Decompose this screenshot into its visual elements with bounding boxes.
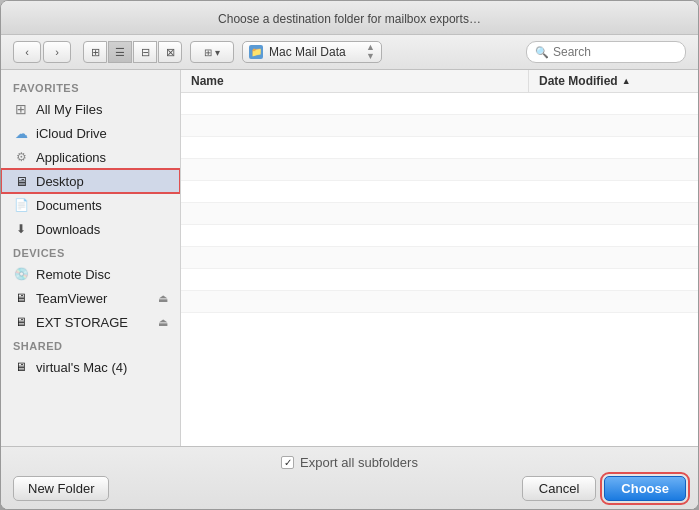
sidebar-label-teamviewer: TeamViewer <box>36 291 107 306</box>
date-column-header[interactable]: Date Modified ▲ <box>528 70 698 92</box>
back-button[interactable]: ‹ <box>13 41 41 63</box>
view-buttons: ⊞ ☰ ⊟ ⊠ <box>83 41 182 63</box>
sidebar-item-desktop[interactable]: Desktop <box>1 169 180 193</box>
search-box: 🔍 <box>526 41 686 63</box>
sidebar-label-downloads: Downloads <box>36 222 100 237</box>
sidebar-label-remote-disc: Remote Disc <box>36 267 110 282</box>
file-row <box>181 291 698 313</box>
title-bar: Choose a destination folder for mailbox … <box>1 1 698 35</box>
export-subfolders-label: Export all subfolders <box>300 455 418 470</box>
file-chooser-dialog: Choose a destination folder for mailbox … <box>0 0 699 510</box>
file-row <box>181 159 698 181</box>
location-folder-icon: 📁 <box>249 45 263 59</box>
file-row <box>181 247 698 269</box>
sidebar-label-desktop: Desktop <box>36 174 84 189</box>
bottom-bar: ✓ Export all subfolders New Folder Cance… <box>1 446 698 509</box>
applications-icon <box>13 149 29 165</box>
main-pane: Name Date Modified ▲ <box>181 70 698 446</box>
sidebar-label-icloud-drive: iCloud Drive <box>36 126 107 141</box>
ext-storage-icon <box>13 314 29 330</box>
desktop-icon <box>13 173 29 189</box>
right-buttons: Cancel Choose <box>522 476 686 501</box>
sidebar-label-all-my-files: All My Files <box>36 102 102 117</box>
name-column-header[interactable]: Name <box>181 70 528 92</box>
sidebar-item-applications[interactable]: Applications <box>1 145 180 169</box>
remote-disc-icon <box>13 266 29 282</box>
teamviewer-icon <box>13 290 29 306</box>
sidebar-label-documents: Documents <box>36 198 102 213</box>
buttons-row: New Folder Cancel Choose <box>13 476 686 501</box>
location-dropdown[interactable]: 📁 Mac Mail Data ▲ ▼ <box>242 41 382 63</box>
sidebar-item-virtuals-mac[interactable]: virtual's Mac (4) <box>1 355 180 379</box>
sort-arrow-icon: ▲ <box>622 76 631 86</box>
devices-header: Devices <box>1 241 180 262</box>
file-row <box>181 203 698 225</box>
sidebar-item-teamviewer[interactable]: TeamViewer ⏏ <box>1 286 180 310</box>
sidebar-item-downloads[interactable]: Downloads <box>1 217 180 241</box>
toolbar: ‹ › ⊞ ☰ ⊟ ⊠ ⊞ ▾ 📁 Mac Mail Data ▲ ▼ 🔍 <box>1 35 698 70</box>
choose-button[interactable]: Choose <box>604 476 686 501</box>
sidebar: Favorites All My Files iCloud Drive Appl… <box>1 70 181 446</box>
file-row <box>181 181 698 203</box>
sidebar-label-applications: Applications <box>36 150 106 165</box>
sidebar-item-all-my-files[interactable]: All My Files <box>1 97 180 121</box>
export-subfolders-checkbox[interactable]: ✓ <box>281 456 294 469</box>
sidebar-item-icloud-drive[interactable]: iCloud Drive <box>1 121 180 145</box>
file-row <box>181 93 698 115</box>
sidebar-item-remote-disc[interactable]: Remote Disc <box>1 262 180 286</box>
documents-icon <box>13 197 29 213</box>
downloads-icon <box>13 221 29 237</box>
arrange-button[interactable]: ⊞ ▾ <box>190 41 234 63</box>
shared-header: Shared <box>1 334 180 355</box>
icloud-icon <box>13 125 29 141</box>
view-col-button[interactable]: ⊟ <box>133 41 157 63</box>
location-name: Mac Mail Data <box>269 45 360 59</box>
forward-button[interactable]: › <box>43 41 71 63</box>
cancel-button[interactable]: Cancel <box>522 476 596 501</box>
sidebar-label-ext-storage: EXT STORAGE <box>36 315 128 330</box>
new-folder-button[interactable]: New Folder <box>13 476 109 501</box>
view-cover-button[interactable]: ⊠ <box>158 41 182 63</box>
file-row <box>181 137 698 159</box>
search-icon: 🔍 <box>535 46 549 59</box>
content-area: Favorites All My Files iCloud Drive Appl… <box>1 70 698 446</box>
ext-storage-eject-icon[interactable]: ⏏ <box>158 316 168 329</box>
dialog-title: Choose a destination folder for mailbox … <box>218 12 481 26</box>
teamviewer-eject-icon[interactable]: ⏏ <box>158 292 168 305</box>
column-headers: Name Date Modified ▲ <box>181 70 698 93</box>
location-arrows-icon: ▲ ▼ <box>366 43 375 61</box>
nav-buttons: ‹ › <box>13 41 71 63</box>
virtuals-mac-icon <box>13 359 29 375</box>
view-list-button[interactable]: ☰ <box>108 41 132 63</box>
file-list <box>181 93 698 446</box>
search-input[interactable] <box>553 45 677 59</box>
favorites-header: Favorites <box>1 76 180 97</box>
all-files-icon <box>13 101 29 117</box>
sidebar-item-documents[interactable]: Documents <box>1 193 180 217</box>
file-row <box>181 225 698 247</box>
file-row <box>181 115 698 137</box>
sidebar-item-ext-storage[interactable]: EXT STORAGE ⏏ <box>1 310 180 334</box>
checkbox-row: ✓ Export all subfolders <box>13 455 686 470</box>
sidebar-label-virtuals-mac: virtual's Mac (4) <box>36 360 127 375</box>
view-grid-button[interactable]: ⊞ <box>83 41 107 63</box>
file-row <box>181 269 698 291</box>
